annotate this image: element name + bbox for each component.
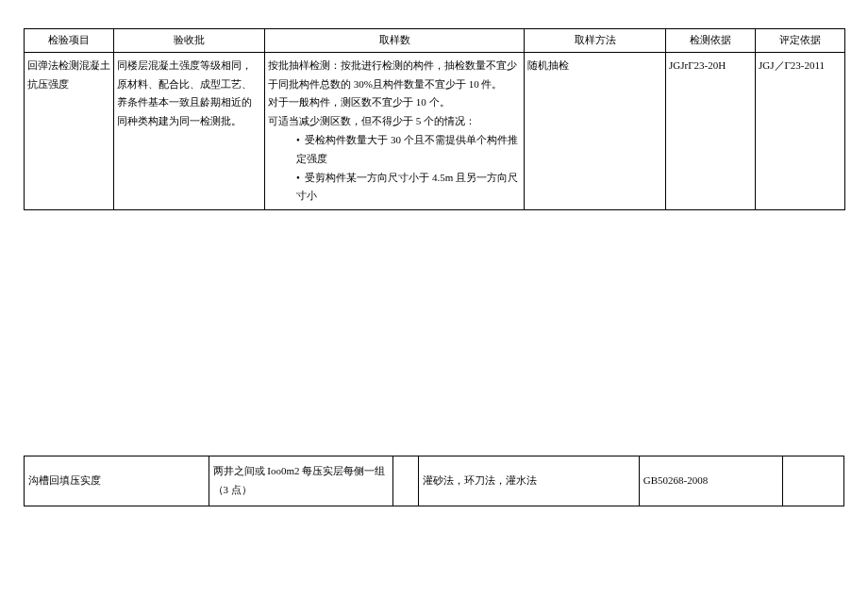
cell-method: 随机抽检 [525, 52, 666, 209]
inspection-table-2: 沟槽回填压实度 两井之间或 Ioo0m2 每压实层每侧一组（3 点） 灌砂法，环… [24, 456, 844, 506]
page-gap [24, 210, 844, 456]
cell-t2-c3 [393, 456, 419, 506]
cell-t2-c1: 沟槽回填压实度 [25, 456, 209, 506]
table-row: 沟槽回填压实度 两井之间或 Ioo0m2 每压实层每侧一组（3 点） 灌砂法，环… [25, 456, 844, 506]
table-row: 回弹法检测混凝土抗压强度 同楼层混凝土强度等级相同，原材料、配合比、成型工艺、养… [25, 52, 845, 209]
cell-item: 回弹法检测混凝土抗压强度 [25, 52, 114, 209]
samples-line3: 可适当减少测区数，但不得少于 5 个的情况： [268, 112, 521, 131]
header-method: 取样方法 [525, 29, 666, 53]
samples-line1: 按批抽样检测：按批进行检测的构件，抽检数量不宜少于同批构件总数的 30%且构件数… [268, 57, 521, 94]
cell-t2-c4: 灌砂法，环刀法，灌水法 [419, 456, 640, 506]
cell-eval: JGJ／Γ23-2011 [756, 52, 845, 209]
inspection-table-1: 检验项目 验收批 取样数 取样方法 检测依据 评定依据 回弹法检测混凝土抗压强度… [24, 28, 845, 210]
samples-line2: 对于一般构件，测区数不宜少于 10 个。 [268, 93, 521, 112]
header-samples: 取样数 [265, 29, 525, 53]
cell-batch: 同楼层混凝土强度等级相同，原材料、配合比、成型工艺、养条件基本一致且龄期相近的同… [114, 52, 265, 209]
header-item: 检验项目 [25, 29, 114, 53]
bullet-1: • 受检构件数量大于 30 个且不需提供单个构件推定强度 [268, 131, 521, 169]
cell-t2-c6 [782, 456, 843, 506]
cell-detect: JGJrΓ23-20H [666, 52, 756, 209]
header-batch: 验收批 [114, 29, 265, 53]
header-detect: 检测依据 [666, 29, 756, 53]
bullet-2: • 受剪构件某一方向尺寸小于 4.5m 且另一方向尺寸小 [268, 169, 521, 207]
cell-t2-c2: 两井之间或 Ioo0m2 每压实层每侧一组（3 点） [209, 456, 393, 506]
table-header-row: 检验项目 验收批 取样数 取样方法 检测依据 评定依据 [25, 29, 845, 53]
header-eval: 评定依据 [756, 29, 845, 53]
cell-samples: 按批抽样检测：按批进行检测的构件，抽检数量不宜少于同批构件总数的 30%且构件数… [265, 52, 525, 209]
cell-t2-c5: GB50268-2008 [639, 456, 782, 506]
